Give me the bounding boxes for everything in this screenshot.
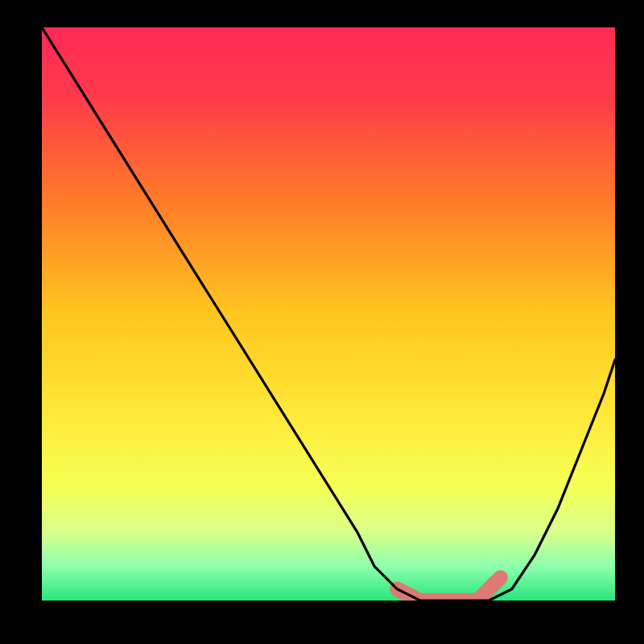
- curve-layer: [42, 27, 615, 601]
- bottleneck-curve: [42, 27, 615, 601]
- chart-frame: TheBottleneck.com: [13, 23, 631, 631]
- plot-area: [42, 27, 615, 601]
